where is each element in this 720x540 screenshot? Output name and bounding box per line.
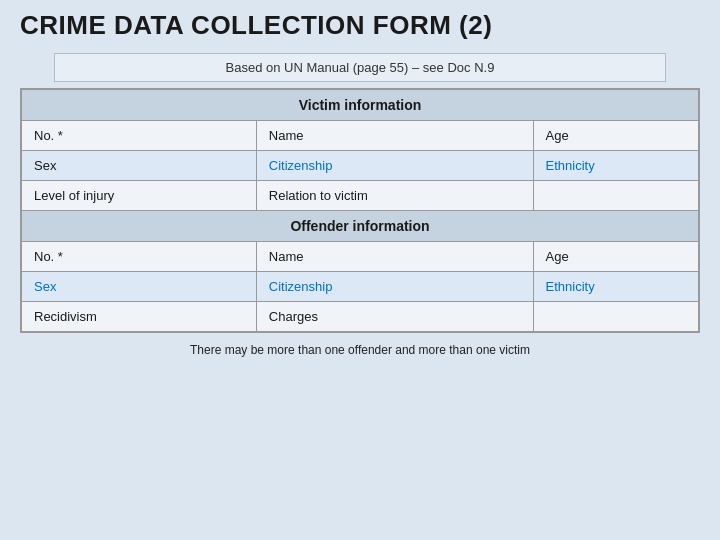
offender-row-0: No. * Name Age [22, 242, 699, 272]
page-title: CRIME DATA COLLECTION FORM (2) [20, 10, 700, 41]
victim-section-header-cell: Victim information [22, 90, 699, 121]
offender-cell-1-0: Sex [22, 272, 257, 302]
offender-cell-1-1: Citizenship [256, 272, 533, 302]
offender-cell-2-0: Recidivism [22, 302, 257, 332]
page: CRIME DATA COLLECTION FORM (2) Based on … [0, 0, 720, 540]
offender-section-header-row: Offender information [22, 211, 699, 242]
victim-row-2: Level of injury Relation to victim [22, 181, 699, 211]
offender-cell-2-1: Charges [256, 302, 533, 332]
victim-row-0: No. * Name Age [22, 121, 699, 151]
victim-cell-0-1: Name [256, 121, 533, 151]
victim-cell-2-1: Relation to victim [256, 181, 533, 211]
victim-cell-0-0: No. * [22, 121, 257, 151]
victim-cell-1-2: Ethnicity [533, 151, 698, 181]
offender-cell-1-2: Ethnicity [533, 272, 698, 302]
victim-cell-2-0: Level of injury [22, 181, 257, 211]
offender-cell-0-2: Age [533, 242, 698, 272]
offender-row-1: Sex Citizenship Ethnicity [22, 272, 699, 302]
main-table-container: Victim information No. * Name Age Sex Ci… [20, 88, 700, 333]
footer-note: There may be more than one offender and … [20, 343, 700, 357]
victim-cell-0-2: Age [533, 121, 698, 151]
victim-row-1: Sex Citizenship Ethnicity [22, 151, 699, 181]
victim-section-header-row: Victim information [22, 90, 699, 121]
subtitle-box: Based on UN Manual (page 55) – see Doc N… [54, 53, 666, 82]
offender-cell-2-2 [533, 302, 698, 332]
crime-form-table: Victim information No. * Name Age Sex Ci… [21, 89, 699, 332]
offender-section-header-cell: Offender information [22, 211, 699, 242]
offender-row-2: Recidivism Charges [22, 302, 699, 332]
victim-cell-1-1: Citizenship [256, 151, 533, 181]
offender-cell-0-0: No. * [22, 242, 257, 272]
victim-cell-2-2 [533, 181, 698, 211]
offender-cell-0-1: Name [256, 242, 533, 272]
victim-cell-1-0: Sex [22, 151, 257, 181]
